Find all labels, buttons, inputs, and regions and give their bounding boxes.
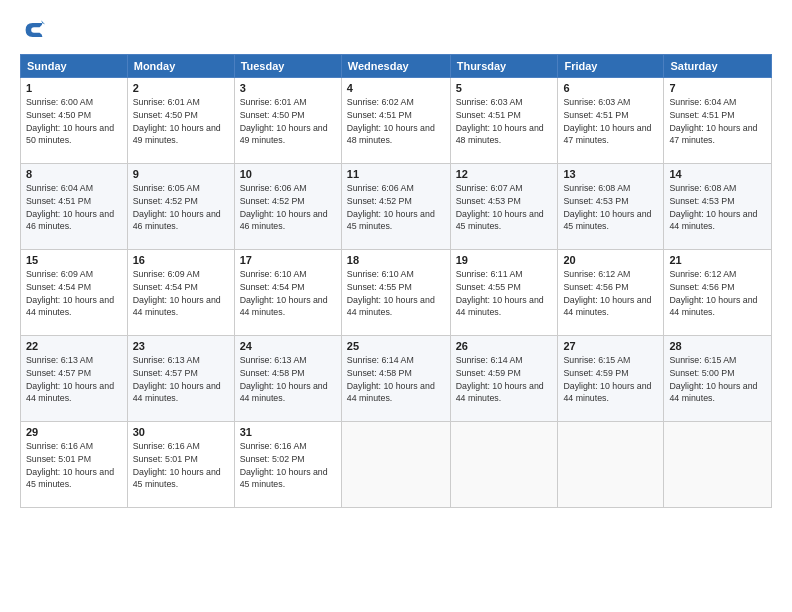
header-monday: Monday — [127, 55, 234, 78]
day-info: Sunrise: 6:06 AMSunset: 4:52 PMDaylight:… — [240, 183, 328, 231]
day-number: 24 — [240, 340, 336, 352]
day-info: Sunrise: 6:14 AMSunset: 4:59 PMDaylight:… — [456, 355, 544, 403]
day-info: Sunrise: 6:13 AMSunset: 4:58 PMDaylight:… — [240, 355, 328, 403]
day-cell-12: 12 Sunrise: 6:07 AMSunset: 4:53 PMDaylig… — [450, 164, 558, 250]
header-friday: Friday — [558, 55, 664, 78]
day-number: 15 — [26, 254, 122, 266]
svg-rect-0 — [20, 16, 48, 44]
empty-cell — [664, 422, 772, 508]
day-cell-26: 26 Sunrise: 6:14 AMSunset: 4:59 PMDaylig… — [450, 336, 558, 422]
day-number: 23 — [133, 340, 229, 352]
day-info: Sunrise: 6:13 AMSunset: 4:57 PMDaylight:… — [133, 355, 221, 403]
header — [20, 16, 772, 44]
day-cell-2: 2 Sunrise: 6:01 AMSunset: 4:50 PMDayligh… — [127, 78, 234, 164]
day-number: 30 — [133, 426, 229, 438]
header-sunday: Sunday — [21, 55, 128, 78]
empty-cell — [450, 422, 558, 508]
day-cell-31: 31 Sunrise: 6:16 AMSunset: 5:02 PMDaylig… — [234, 422, 341, 508]
day-number: 14 — [669, 168, 766, 180]
header-wednesday: Wednesday — [341, 55, 450, 78]
day-cell-25: 25 Sunrise: 6:14 AMSunset: 4:58 PMDaylig… — [341, 336, 450, 422]
day-info: Sunrise: 6:10 AMSunset: 4:54 PMDaylight:… — [240, 269, 328, 317]
header-tuesday: Tuesday — [234, 55, 341, 78]
day-info: Sunrise: 6:04 AMSunset: 4:51 PMDaylight:… — [26, 183, 114, 231]
day-number: 12 — [456, 168, 553, 180]
day-number: 28 — [669, 340, 766, 352]
day-info: Sunrise: 6:03 AMSunset: 4:51 PMDaylight:… — [456, 97, 544, 145]
day-number: 13 — [563, 168, 658, 180]
day-cell-13: 13 Sunrise: 6:08 AMSunset: 4:53 PMDaylig… — [558, 164, 664, 250]
logo-icon — [20, 16, 48, 44]
day-number: 19 — [456, 254, 553, 266]
day-number: 31 — [240, 426, 336, 438]
day-number: 2 — [133, 82, 229, 94]
day-info: Sunrise: 6:09 AMSunset: 4:54 PMDaylight:… — [133, 269, 221, 317]
day-cell-30: 30 Sunrise: 6:16 AMSunset: 5:01 PMDaylig… — [127, 422, 234, 508]
day-cell-10: 10 Sunrise: 6:06 AMSunset: 4:52 PMDaylig… — [234, 164, 341, 250]
week-row-4: 22 Sunrise: 6:13 AMSunset: 4:57 PMDaylig… — [21, 336, 772, 422]
day-info: Sunrise: 6:15 AMSunset: 4:59 PMDaylight:… — [563, 355, 651, 403]
day-cell-23: 23 Sunrise: 6:13 AMSunset: 4:57 PMDaylig… — [127, 336, 234, 422]
day-info: Sunrise: 6:03 AMSunset: 4:51 PMDaylight:… — [563, 97, 651, 145]
day-info: Sunrise: 6:16 AMSunset: 5:01 PMDaylight:… — [133, 441, 221, 489]
logo — [20, 16, 52, 44]
week-row-1: 1 Sunrise: 6:00 AMSunset: 4:50 PMDayligh… — [21, 78, 772, 164]
day-number: 22 — [26, 340, 122, 352]
day-cell-4: 4 Sunrise: 6:02 AMSunset: 4:51 PMDayligh… — [341, 78, 450, 164]
day-number: 10 — [240, 168, 336, 180]
day-cell-14: 14 Sunrise: 6:08 AMSunset: 4:53 PMDaylig… — [664, 164, 772, 250]
day-number: 26 — [456, 340, 553, 352]
empty-cell — [341, 422, 450, 508]
day-cell-18: 18 Sunrise: 6:10 AMSunset: 4:55 PMDaylig… — [341, 250, 450, 336]
day-cell-3: 3 Sunrise: 6:01 AMSunset: 4:50 PMDayligh… — [234, 78, 341, 164]
day-info: Sunrise: 6:11 AMSunset: 4:55 PMDaylight:… — [456, 269, 544, 317]
day-info: Sunrise: 6:07 AMSunset: 4:53 PMDaylight:… — [456, 183, 544, 231]
day-info: Sunrise: 6:09 AMSunset: 4:54 PMDaylight:… — [26, 269, 114, 317]
empty-cell — [558, 422, 664, 508]
day-number: 11 — [347, 168, 445, 180]
day-number: 7 — [669, 82, 766, 94]
day-number: 6 — [563, 82, 658, 94]
day-info: Sunrise: 6:16 AMSunset: 5:02 PMDaylight:… — [240, 441, 328, 489]
day-cell-28: 28 Sunrise: 6:15 AMSunset: 5:00 PMDaylig… — [664, 336, 772, 422]
day-cell-16: 16 Sunrise: 6:09 AMSunset: 4:54 PMDaylig… — [127, 250, 234, 336]
day-info: Sunrise: 6:12 AMSunset: 4:56 PMDaylight:… — [563, 269, 651, 317]
day-cell-6: 6 Sunrise: 6:03 AMSunset: 4:51 PMDayligh… — [558, 78, 664, 164]
day-number: 21 — [669, 254, 766, 266]
day-number: 27 — [563, 340, 658, 352]
day-info: Sunrise: 6:16 AMSunset: 5:01 PMDaylight:… — [26, 441, 114, 489]
day-number: 1 — [26, 82, 122, 94]
week-row-5: 29 Sunrise: 6:16 AMSunset: 5:01 PMDaylig… — [21, 422, 772, 508]
day-info: Sunrise: 6:12 AMSunset: 4:56 PMDaylight:… — [669, 269, 757, 317]
day-cell-15: 15 Sunrise: 6:09 AMSunset: 4:54 PMDaylig… — [21, 250, 128, 336]
day-info: Sunrise: 6:00 AMSunset: 4:50 PMDaylight:… — [26, 97, 114, 145]
header-thursday: Thursday — [450, 55, 558, 78]
day-number: 20 — [563, 254, 658, 266]
day-info: Sunrise: 6:05 AMSunset: 4:52 PMDaylight:… — [133, 183, 221, 231]
day-cell-20: 20 Sunrise: 6:12 AMSunset: 4:56 PMDaylig… — [558, 250, 664, 336]
day-number: 17 — [240, 254, 336, 266]
day-info: Sunrise: 6:06 AMSunset: 4:52 PMDaylight:… — [347, 183, 435, 231]
day-info: Sunrise: 6:08 AMSunset: 4:53 PMDaylight:… — [669, 183, 757, 231]
calendar: SundayMondayTuesdayWednesdayThursdayFrid… — [20, 54, 772, 508]
day-info: Sunrise: 6:10 AMSunset: 4:55 PMDaylight:… — [347, 269, 435, 317]
day-info: Sunrise: 6:13 AMSunset: 4:57 PMDaylight:… — [26, 355, 114, 403]
day-number: 5 — [456, 82, 553, 94]
day-info: Sunrise: 6:01 AMSunset: 4:50 PMDaylight:… — [133, 97, 221, 145]
day-number: 16 — [133, 254, 229, 266]
day-cell-21: 21 Sunrise: 6:12 AMSunset: 4:56 PMDaylig… — [664, 250, 772, 336]
day-cell-9: 9 Sunrise: 6:05 AMSunset: 4:52 PMDayligh… — [127, 164, 234, 250]
day-number: 29 — [26, 426, 122, 438]
day-cell-17: 17 Sunrise: 6:10 AMSunset: 4:54 PMDaylig… — [234, 250, 341, 336]
day-cell-29: 29 Sunrise: 6:16 AMSunset: 5:01 PMDaylig… — [21, 422, 128, 508]
day-cell-22: 22 Sunrise: 6:13 AMSunset: 4:57 PMDaylig… — [21, 336, 128, 422]
day-number: 18 — [347, 254, 445, 266]
day-cell-11: 11 Sunrise: 6:06 AMSunset: 4:52 PMDaylig… — [341, 164, 450, 250]
day-number: 8 — [26, 168, 122, 180]
day-cell-5: 5 Sunrise: 6:03 AMSunset: 4:51 PMDayligh… — [450, 78, 558, 164]
day-cell-8: 8 Sunrise: 6:04 AMSunset: 4:51 PMDayligh… — [21, 164, 128, 250]
day-info: Sunrise: 6:02 AMSunset: 4:51 PMDaylight:… — [347, 97, 435, 145]
day-cell-19: 19 Sunrise: 6:11 AMSunset: 4:55 PMDaylig… — [450, 250, 558, 336]
day-info: Sunrise: 6:14 AMSunset: 4:58 PMDaylight:… — [347, 355, 435, 403]
day-cell-7: 7 Sunrise: 6:04 AMSunset: 4:51 PMDayligh… — [664, 78, 772, 164]
